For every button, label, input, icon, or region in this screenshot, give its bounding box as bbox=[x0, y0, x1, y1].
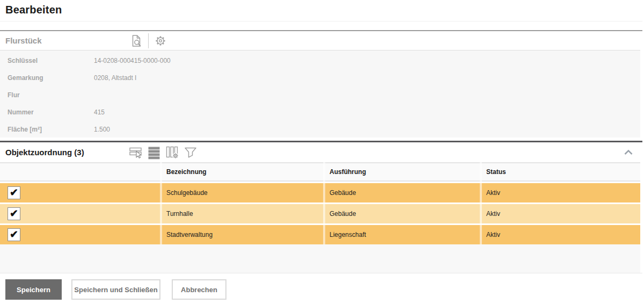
table-footer-area bbox=[0, 244, 640, 273]
objektzuordnung-section-header: Objektzuordnung (3) bbox=[0, 142, 640, 162]
form-row-schluessel: Schlüssel 14-0208-000415-0000-000 bbox=[0, 52, 640, 69]
cell-checkbox: ✔ bbox=[0, 207, 160, 220]
cell-checkbox: ✔ bbox=[0, 228, 160, 241]
objektzuordnung-table: Bezeichnung Ausführung Status ✔ Schulgeb… bbox=[0, 162, 640, 244]
document-search-icon[interactable] bbox=[129, 34, 143, 48]
field-label: Fläche [m²] bbox=[8, 126, 94, 133]
objektzuordnung-section-title: Objektzuordnung (3) bbox=[5, 148, 84, 157]
row-select-icon[interactable] bbox=[129, 146, 143, 160]
form-row-nummer: Nummer 415 bbox=[0, 104, 640, 121]
field-label: Schlüssel bbox=[8, 57, 94, 64]
row-checkbox-checked[interactable]: ✔ bbox=[8, 228, 20, 241]
column-separator bbox=[160, 162, 162, 244]
divider bbox=[0, 21, 642, 21]
divider bbox=[0, 273, 642, 273]
flurstueck-toolbar bbox=[129, 31, 167, 50]
page-title: Bearbeiten bbox=[5, 4, 62, 16]
filter-icon[interactable] bbox=[184, 146, 197, 160]
save-and-close-button[interactable]: Speichern und Schließen bbox=[71, 279, 160, 300]
cell-status: Aktiv bbox=[480, 210, 640, 218]
field-value: 415 bbox=[94, 108, 105, 116]
cell-ausfuehrung: Gebäude bbox=[323, 210, 480, 218]
table-row[interactable]: ✔ Turnhalle Gebäude Aktiv bbox=[0, 204, 640, 223]
column-separator bbox=[323, 162, 325, 244]
table-header-row: Bezeichnung Ausführung Status bbox=[0, 162, 640, 182]
column-settings-icon[interactable] bbox=[165, 146, 179, 160]
flurstueck-section-title: Flurstück bbox=[5, 36, 42, 45]
objektzuordnung-toolbar bbox=[129, 142, 197, 162]
check-icon: ✔ bbox=[10, 229, 18, 240]
field-value: 14-0208-000415-0000-000 bbox=[94, 57, 171, 64]
cell-status: Aktiv bbox=[480, 231, 640, 238]
cell-bezeichnung: Turnhalle bbox=[160, 210, 323, 218]
cell-bezeichnung: Schulgebäude bbox=[160, 189, 323, 197]
row-checkbox-checked[interactable]: ✔ bbox=[8, 207, 20, 220]
cell-bezeichnung: Stadtverwaltung bbox=[160, 231, 323, 238]
chevron-up-icon[interactable] bbox=[624, 149, 633, 156]
field-label: Flur bbox=[8, 91, 94, 99]
save-button[interactable]: Speichern bbox=[5, 279, 62, 300]
flurstueck-form: Schlüssel 14-0208-000415-0000-000 Gemark… bbox=[0, 50, 640, 137]
check-icon: ✔ bbox=[10, 187, 18, 198]
field-label: Gemarkung bbox=[8, 74, 94, 82]
form-row-flaeche: Fläche [m²] 1.500 bbox=[0, 121, 640, 138]
cell-status: Aktiv bbox=[480, 189, 640, 197]
flurstueck-section-header: Flurstück bbox=[0, 31, 640, 50]
column-separator bbox=[480, 162, 482, 244]
field-value: 1.500 bbox=[94, 126, 110, 133]
field-label: Nummer bbox=[8, 108, 94, 116]
edit-page: Bearbeiten Flurstück bbox=[0, 0, 644, 304]
table-row[interactable]: ✔ Stadtverwaltung Liegenschaft Aktiv bbox=[0, 225, 640, 244]
cell-checkbox: ✔ bbox=[0, 186, 160, 199]
cell-ausfuehrung: Gebäude bbox=[323, 189, 480, 197]
form-row-flur: Flur bbox=[0, 86, 640, 104]
header-cell-status[interactable]: Status bbox=[480, 168, 640, 176]
header-cell-ausfuehrung[interactable]: Ausführung bbox=[323, 168, 480, 176]
row-checkbox-checked[interactable]: ✔ bbox=[8, 186, 20, 199]
toolbar-divider bbox=[148, 33, 149, 48]
cancel-button[interactable]: Abbrechen bbox=[172, 279, 226, 300]
header-cell-bezeichnung[interactable]: Bezeichnung bbox=[160, 168, 323, 176]
form-row-gemarkung: Gemarkung 0208, Altstadt I bbox=[0, 69, 640, 86]
gear-icon[interactable] bbox=[153, 34, 167, 48]
field-value: 0208, Altstadt I bbox=[94, 74, 136, 82]
rows-icon[interactable] bbox=[147, 146, 161, 160]
check-icon: ✔ bbox=[10, 208, 18, 219]
action-buttons: Speichern Speichern und Schließen Abbrec… bbox=[5, 279, 226, 300]
table-row[interactable]: ✔ Schulgebäude Gebäude Aktiv bbox=[0, 183, 640, 202]
cell-ausfuehrung: Liegenschaft bbox=[323, 231, 480, 238]
